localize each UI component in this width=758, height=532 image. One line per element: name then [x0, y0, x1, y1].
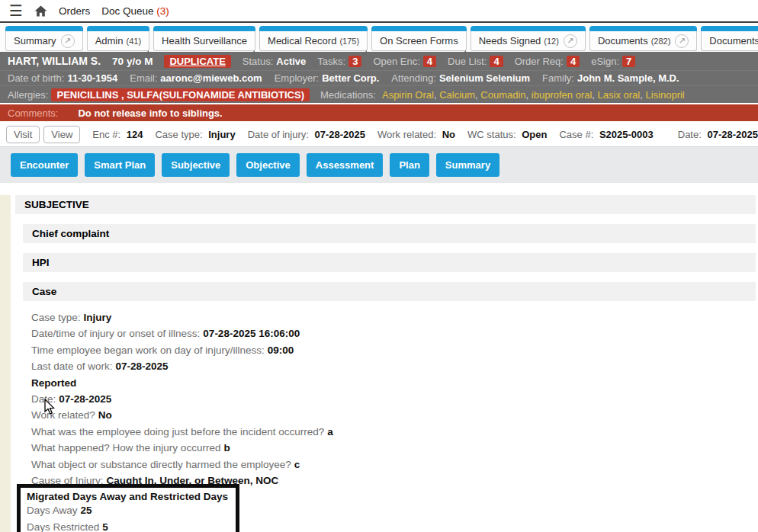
enc-number-label: Enc #:	[92, 129, 120, 140]
encounter-date-value: 07-28-2025	[707, 129, 758, 140]
comments-text: Do not release info to siblings.	[78, 107, 222, 119]
medication-link[interactable]: Calcium	[439, 89, 480, 101]
field-label: Case type:	[31, 312, 81, 323]
section-subjective[interactable]: SUBJECTIVE	[15, 195, 756, 214]
tab-on-screen-forms[interactable]: On Screen Forms	[371, 26, 467, 51]
comments-label: Comments:	[8, 107, 58, 119]
medication-link[interactable]: Lasix oral	[598, 89, 646, 101]
esign-label: eSign:	[591, 56, 619, 67]
section-hpi[interactable]: HPI	[23, 253, 756, 272]
dob-field: Date of birth: 11-30-1954	[8, 72, 117, 84]
popout-icon[interactable]: ↗	[564, 34, 577, 48]
encounter-bar: Visit View Enc #: 124 Case type: Injury …	[0, 123, 758, 147]
due-list-badge[interactable]: 4	[490, 56, 503, 67]
date-of-injury-value: 07-28-2025	[314, 129, 365, 140]
medications-list: Aspirin OralCalciumCoumadinibuprofen ora…	[382, 89, 685, 101]
case-type-label: Case type:	[155, 129, 202, 140]
hamburger-menu-icon[interactable]: ☰	[9, 3, 23, 18]
tasks-label: Tasks:	[317, 56, 345, 67]
nav-button-assessment[interactable]: Assessment	[307, 153, 384, 177]
encounter-document: SUBJECTIVE Chief complaint HPI Case Case…	[0, 195, 758, 532]
topbar-orders-link[interactable]: Orders	[59, 5, 90, 17]
tab-count: (12)	[544, 37, 559, 46]
medication-link[interactable]: Lisinopril	[645, 89, 684, 101]
tab-accent-bar	[153, 26, 255, 31]
popout-icon[interactable]: ↗	[61, 34, 75, 48]
case-detail-line: Last date of work:07-28-2025	[31, 358, 758, 374]
field-label: What was the employee doing just before …	[31, 426, 324, 437]
view-button[interactable]: View	[43, 126, 80, 143]
nav-button-smart-plan[interactable]: Smart Plan	[85, 153, 155, 177]
field-label: Date:	[31, 393, 56, 405]
medication-link[interactable]: ibuprofen oral	[532, 89, 598, 101]
field-label: Time employee began work on day of injur…	[31, 345, 265, 356]
order-req-stat: Order Req: 4	[515, 56, 580, 67]
days-away-row: Days Away25	[27, 503, 230, 518]
section-chief-complaint[interactable]: Chief complaint	[23, 224, 756, 243]
section-case[interactable]: Case	[23, 282, 756, 301]
allergies-label: Allergies:	[8, 89, 48, 101]
comments-bar: Comments: Do not release info to sibling…	[0, 104, 758, 121]
allergies-alert[interactable]: PENICILLINS , SULFA(SULFONAMIDE ANTIBIOT…	[51, 88, 310, 101]
case-detail-line: What object or substance directly harmed…	[31, 457, 758, 473]
tab-label: Documents	[598, 35, 648, 46]
tab-documents[interactable]: Documents (282) ↗	[589, 26, 697, 51]
due-list-label: Due List:	[448, 56, 487, 67]
nav-button-summary[interactable]: Summary	[436, 153, 499, 177]
tab-needs-signed[interactable]: Needs Signed (12) ↗	[471, 26, 586, 51]
order-req-badge[interactable]: 4	[567, 56, 580, 67]
tab-health-surveillance[interactable]: Health Surveillance	[153, 26, 255, 51]
medication-link[interactable]: Aspirin Oral	[382, 89, 439, 101]
tab-label: Medical Record	[268, 35, 336, 46]
tab-admin[interactable]: Admin (41)	[87, 26, 149, 51]
tab-summary[interactable]: Summary ↗	[5, 26, 83, 51]
esign-badge[interactable]: 7	[622, 56, 635, 67]
field-value: 07-28-2025	[116, 361, 169, 372]
days-away-value: 25	[81, 505, 92, 516]
attending-value: Selenium Selenium	[439, 72, 530, 84]
tab-documents-dv[interactable]: Documents-DV ↗	[701, 26, 758, 51]
status-value: Active	[276, 56, 306, 67]
field-label: Work related?	[31, 409, 95, 421]
enc-number-value: 124	[127, 129, 143, 140]
tab-medical-record[interactable]: Medical Record (175)	[259, 26, 368, 51]
email-value[interactable]: aaronc@mieweb.com	[160, 72, 262, 84]
tab-accent-bar	[259, 26, 368, 31]
order-req-label: Order Req:	[515, 56, 564, 67]
esign-stat: eSign: 7	[591, 56, 635, 67]
case-detail-line: Date/time of injury or onset of illness:…	[31, 325, 758, 341]
visit-button[interactable]: Visit	[6, 126, 40, 143]
nav-button-objective[interactable]: Objective	[236, 153, 300, 177]
attending-label: Attending:	[391, 72, 436, 84]
case-number-value: S2025-0003	[599, 129, 654, 140]
nav-button-plan[interactable]: Plan	[390, 153, 429, 177]
tab-accent-bar	[5, 26, 83, 31]
field-label: Reported	[31, 377, 76, 389]
nav-button-encounter[interactable]: Encounter	[11, 153, 78, 177]
work-related-value: No	[442, 129, 455, 140]
tab-accent-bar	[87, 26, 149, 31]
field-label: Last date of work:	[31, 361, 113, 372]
medication-link[interactable]: Coumadin	[480, 89, 532, 101]
tab-label: Needs Signed	[479, 35, 541, 46]
open-enc-badge[interactable]: 4	[423, 56, 436, 67]
patient-age-sex: 70 y/o M	[112, 56, 153, 67]
open-enc-stat: Open Enc: 4	[373, 56, 436, 67]
dropdown-fold-icon	[362, 50, 367, 55]
days-restricted-label: Days Restricted	[27, 521, 99, 532]
field-value: Injury	[84, 312, 112, 323]
home-icon[interactable]	[34, 5, 47, 17]
duplicate-flag[interactable]: DUPLICATE	[164, 55, 230, 68]
popout-icon[interactable]: ↗	[675, 34, 689, 48]
encounter-buttons: Visit View	[6, 126, 80, 143]
tab-count: (175)	[339, 37, 359, 46]
case-detail-line: What was the employee doing just before …	[31, 424, 758, 440]
tasks-badge[interactable]: 3	[348, 56, 361, 67]
topbar-doc-queue-link[interactable]: Doc Queue (3)	[101, 5, 169, 17]
case-detail-line: Case type:Injury	[31, 309, 758, 325]
nav-button-subjective[interactable]: Subjective	[162, 153, 230, 177]
medications-label: Medications:	[320, 89, 376, 101]
attending-field: Attending: Selenium Selenium	[391, 72, 530, 84]
field-label: Date/time of injury or onset of illness:	[31, 328, 200, 339]
encounter-date-field: Date: 07-28-2025	[678, 129, 758, 140]
